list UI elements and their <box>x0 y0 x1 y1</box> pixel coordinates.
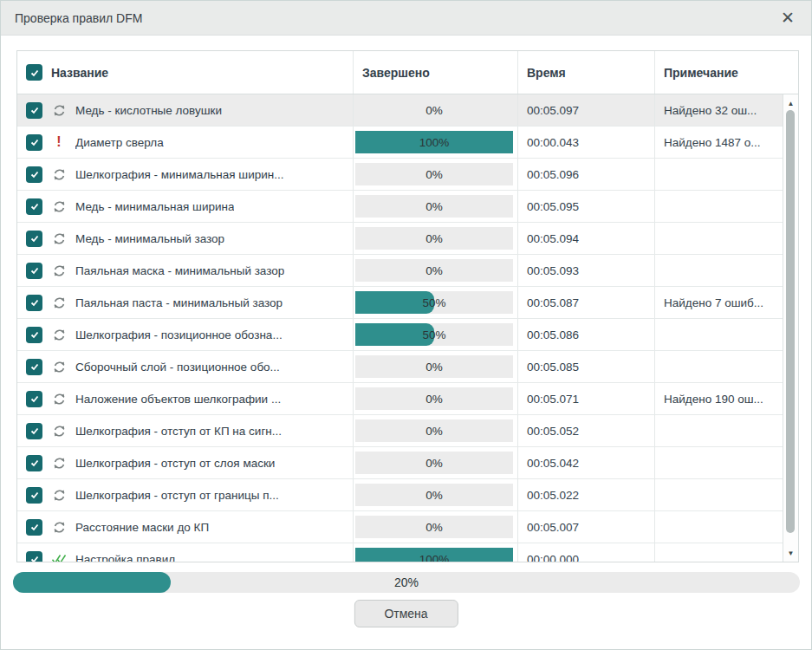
rule-progress-track: 50% <box>355 323 513 346</box>
rule-note <box>654 319 798 350</box>
refresh-icon <box>51 295 67 310</box>
select-all-checkbox[interactable] <box>26 64 42 81</box>
table-row[interactable]: ! Шелкография - отступ от КП на сигн... … <box>17 415 798 447</box>
table-row[interactable]: ! Медь - кислотные ловушки 0% 00:05.097 … <box>17 94 798 127</box>
table-row[interactable]: ! Наложение объектов шелкографии ... 0% … <box>17 383 798 415</box>
rule-progress-track: 0% <box>355 452 513 474</box>
rule-progress-track: 0% <box>355 419 513 442</box>
rule-name-cell: ! Шелкография - отступ от слоя маски <box>17 447 353 478</box>
checkmark-icon <box>29 458 40 468</box>
table-row[interactable]: ! Паяльная маска - минимальный зазор 0% … <box>17 255 798 287</box>
rule-time: 00:05.007 <box>517 511 654 543</box>
scrollbar-thumb[interactable] <box>786 110 795 533</box>
row-checkbox[interactable] <box>26 198 42 215</box>
rule-progress-cell: 0% <box>353 159 517 190</box>
rule-progress-cell: 0% <box>353 479 517 510</box>
rule-name-cell: ! Медь - минимальная ширина <box>17 191 353 222</box>
table-row[interactable]: ! Настройка правил 100% 00:00.000 <box>17 543 798 562</box>
error-icon: ! <box>51 134 67 150</box>
row-checkbox[interactable] <box>26 519 42 536</box>
rule-note <box>654 159 798 190</box>
rule-name: Шелкография - минимальная ширин... <box>75 168 283 181</box>
scrollbar-down-arrow[interactable]: ▼ <box>783 546 798 560</box>
checkmark-icon <box>29 329 40 340</box>
table-scrollbar[interactable]: ▲ ▼ <box>783 94 798 562</box>
table-row[interactable]: ! Шелкография - минимальная ширин... 0% … <box>17 159 798 191</box>
table-row[interactable]: ! Шелкография - отступ от границы п... 0… <box>17 479 798 511</box>
rule-note <box>654 255 798 286</box>
rule-progress-label: 50% <box>355 291 513 314</box>
table-row[interactable]: ! Диаметр сверла 100% 00:00.043 Найдено … <box>17 127 798 159</box>
row-checkbox[interactable] <box>26 359 42 375</box>
table-row[interactable]: ! Сборочный слой - позиционное обо... 0%… <box>17 351 798 383</box>
cancel-button[interactable]: Отмена <box>354 600 458 627</box>
rule-name: Медь - минимальный зазор <box>75 232 224 245</box>
rule-name-cell: ! Настройка правил <box>17 543 353 562</box>
rule-progress-label: 0% <box>355 452 513 474</box>
row-checkbox[interactable] <box>26 455 42 471</box>
row-checkbox[interactable] <box>26 166 42 183</box>
row-checkbox[interactable] <box>26 295 42 311</box>
row-checkbox[interactable] <box>26 487 42 504</box>
row-checkbox[interactable] <box>26 231 42 247</box>
rule-progress-label: 0% <box>355 355 513 378</box>
table-row[interactable]: ! Медь - минимальный зазор 0% 00:05.094 <box>17 223 798 255</box>
table-row[interactable]: ! Паяльная паста - минимальный зазор 50%… <box>17 287 798 319</box>
checkmark-icon <box>29 201 40 211</box>
row-checkbox[interactable] <box>26 102 42 119</box>
rule-name-cell: ! Медь - минимальный зазор <box>17 223 353 254</box>
refresh-icon <box>51 166 67 182</box>
rule-note <box>654 415 798 446</box>
rule-name: Шелкография - отступ от границы п... <box>75 489 279 502</box>
refresh-icon <box>51 487 67 503</box>
table-row[interactable]: ! Шелкография - отступ от слоя маски 0% … <box>17 447 798 479</box>
rule-progress-label: 0% <box>355 387 513 410</box>
rule-name: Расстояние маски до КП <box>75 521 209 534</box>
rule-name: Настройка правил <box>75 553 175 562</box>
rule-note <box>654 223 798 254</box>
checkmark-icon <box>29 393 40 404</box>
dfm-check-dialog: { "dialog": { "title": "Проверка правил … <box>0 0 812 650</box>
rule-progress-cell: 0% <box>353 255 517 286</box>
rule-name-cell: ! Шелкография - позиционное обозна... <box>17 319 353 350</box>
rule-progress-cell: 50% <box>353 319 517 350</box>
rule-progress-cell: 0% <box>353 191 517 222</box>
row-checkbox[interactable] <box>26 134 42 151</box>
checkmark-icon <box>29 490 40 500</box>
refresh-icon <box>51 391 67 406</box>
refresh-icon <box>51 327 67 342</box>
checkmark-icon <box>29 169 40 179</box>
row-checkbox[interactable] <box>26 423 42 439</box>
header-name-label: Название <box>51 66 108 80</box>
row-checkbox[interactable] <box>26 551 42 562</box>
rule-progress-label: 100% <box>355 548 513 562</box>
checkmark-icon <box>29 68 40 78</box>
rule-note <box>654 543 798 562</box>
checkmark-icon <box>29 361 40 372</box>
table-row[interactable]: ! Расстояние маски до КП 0% 00:05.007 <box>17 511 798 543</box>
rule-progress-track: 0% <box>355 387 513 410</box>
rule-name-cell: ! Паяльная паста - минимальный зазор <box>17 287 353 318</box>
dialog-title: Проверка правил DFM <box>15 11 142 25</box>
rule-progress-track: 0% <box>355 355 513 378</box>
row-checkbox[interactable] <box>26 327 42 343</box>
rule-name-cell: ! Наложение объектов шелкографии ... <box>17 383 353 414</box>
row-checkbox[interactable] <box>26 263 42 279</box>
rule-name-cell: ! Паяльная маска - минимальный зазор <box>17 255 353 286</box>
scrollbar-up-arrow[interactable]: ▲ <box>783 96 798 110</box>
table-body: ! Медь - кислотные ловушки 0% 00:05.097 … <box>17 94 798 562</box>
table-row[interactable]: ! Медь - минимальная ширина 0% 00:05.095 <box>17 191 798 223</box>
rule-progress-cell: 0% <box>353 383 517 414</box>
row-checkbox[interactable] <box>26 391 42 407</box>
table-row[interactable]: ! Шелкография - позиционное обозна... 50… <box>17 319 798 351</box>
refresh-icon <box>51 455 67 471</box>
header-name-cell: Название <box>17 51 353 94</box>
rule-progress-cell: 0% <box>353 223 517 254</box>
refresh-icon <box>51 231 67 246</box>
refresh-icon <box>51 198 67 214</box>
rule-progress-label: 100% <box>355 131 513 153</box>
close-icon[interactable]: ✕ <box>778 9 797 28</box>
rule-progress-label: 0% <box>355 227 513 250</box>
rule-progress-label: 50% <box>355 323 513 346</box>
rule-progress-label: 0% <box>355 516 513 538</box>
